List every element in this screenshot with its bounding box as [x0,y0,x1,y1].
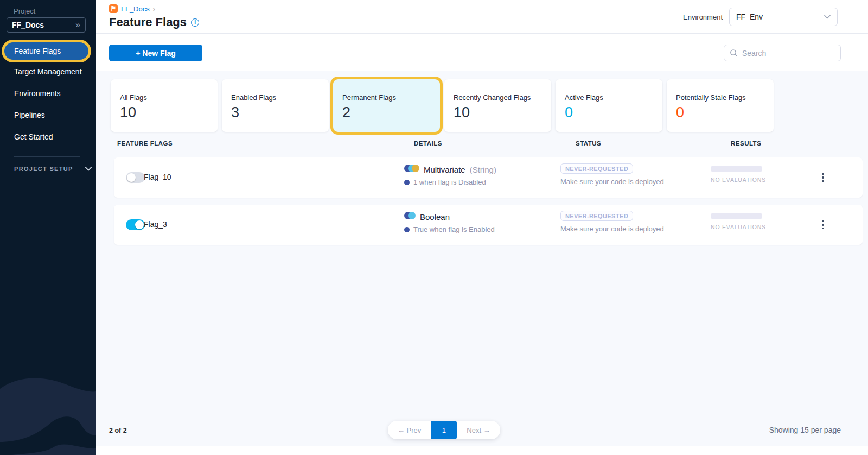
expand-sidebar-icon[interactable]: » [75,21,80,29]
status-badge: NEVER-REQUESTED [560,211,633,221]
project-setup-label: PROJECT SETUP [14,166,73,172]
search-icon [730,49,738,57]
flag-type: Multivariate [424,165,465,174]
results-bar [711,166,762,172]
stat-value: 2 [342,104,440,121]
table-row-flag-10[interactable]: Flag_10 Multivariate (String) 1 when fla… [114,157,863,198]
next-page-button[interactable]: Next → [457,421,500,439]
stat-value: 3 [231,104,329,121]
table-row-flag-3[interactable]: Flag_3 Boolean True when flag is Enabled… [114,205,863,245]
flag-status: NEVER-REQUESTED Make sure your code is d… [560,211,664,233]
project-label: Project [14,7,35,15]
column-header-results: RESULTS [731,140,761,147]
stats-cards: All Flags 10 Enabled Flags 3 Permanent F… [111,79,774,132]
stat-card-recently-changed-flags[interactable]: Recently Changed Flags 10 [444,79,551,132]
flag-details: Multivariate (String) 1 when flag is Dis… [404,165,496,186]
prev-page-button[interactable]: ← Prev [388,421,431,439]
results-text: NO EVALUATIONS [711,224,766,230]
stat-label: Enabled Flags [231,93,329,102]
sidebar: Project FF_Docs » Feature Flags Target M… [0,0,96,455]
stat-value: 10 [120,104,218,121]
stat-card-all-flags[interactable]: All Flags 10 [111,79,218,132]
breadcrumb-project-link[interactable]: FF_Docs [121,5,150,13]
sidebar-divider [14,156,80,157]
stat-value: 0 [565,104,662,121]
sidebar-item-get-started[interactable]: Get Started [14,132,53,141]
toolbar: + New Flag [96,34,868,71]
stat-value: 10 [454,104,551,121]
sidebar-decoration [0,346,96,455]
breadcrumb: FF_Docs › [109,4,155,13]
multivariate-icon [404,165,419,174]
boolean-icon [404,212,416,222]
variation-dot-icon [404,180,410,185]
page-size-indicator: Showing 15 per page [769,426,841,434]
environment-value: FF_Env [736,12,763,21]
sidebar-item-target-management[interactable]: Target Management [14,67,82,76]
sidebar-item-environments[interactable]: Environments [14,89,61,98]
info-icon[interactable]: i [191,18,199,27]
column-header-details: DETAILS [414,140,442,147]
feature-flags-module-icon [109,4,118,13]
chevron-down-icon [85,167,92,171]
breadcrumb-separator: › [153,5,155,13]
flag-status: NEVER-REQUESTED Make sure your code is d… [560,163,664,186]
row-count: 2 of 2 [109,427,127,434]
project-name: FF_Docs [12,21,44,29]
app-root: Project FF_Docs » Feature Flags Target M… [0,0,868,455]
flag-results: NO EVALUATIONS [711,213,766,230]
environment-select[interactable]: FF_Env [729,8,838,26]
stat-label: Recently Changed Flags [454,93,551,102]
sidebar-item-pipelines[interactable]: Pipelines [14,111,45,119]
status-badge: NEVER-REQUESTED [560,163,633,174]
variation-dot-icon [404,227,410,232]
flag-type-suffix: (String) [470,165,496,174]
stat-card-permanent-flags[interactable]: Permanent Flags 2 [333,79,440,132]
row-options-kebab-icon[interactable] [818,170,828,185]
status-text: Make sure your code is deployed [560,225,664,233]
chevron-down-icon [824,15,831,19]
results-text: NO EVALUATIONS [711,176,766,183]
stat-label: All Flags [120,93,218,102]
flag-off-rule: 1 when flag is Disabled [413,178,486,186]
project-selector[interactable]: FF_Docs » [7,17,86,33]
stat-label: Permanent Flags [342,93,440,102]
flag-off-rule: True when flag is Enabled [413,225,495,233]
environment-label: Environment [683,13,723,21]
flag-name[interactable]: Flag_3 [144,220,167,229]
flag-details: Boolean True when flag is Enabled [404,212,495,233]
column-header-status: STATUS [576,140,601,147]
flag-name[interactable]: Flag_10 [144,173,171,181]
stat-value: 0 [676,104,774,121]
stat-label: Potentially Stale Flags [676,93,774,102]
column-header-feature-flags: FEATURE FLAGS [117,140,173,147]
sidebar-item-feature-flags[interactable]: Feature Flags [4,42,88,60]
row-options-kebab-icon[interactable] [818,218,828,232]
sidebar-item-label: Feature Flags [14,47,61,55]
stat-card-potentially-stale-flags[interactable]: Potentially Stale Flags 0 [667,79,774,132]
pagination: ← Prev 1 Next → [388,421,500,439]
current-page-button[interactable]: 1 [431,421,457,439]
flag-results: NO EVALUATIONS [711,166,766,183]
search-box[interactable] [724,45,841,61]
stat-label: Active Flags [565,93,662,102]
project-setup-toggle[interactable]: PROJECT SETUP [14,166,92,172]
search-input[interactable] [742,49,829,58]
page-header: FF_Docs › Feature Flags i Environment FF… [96,0,868,34]
results-bar [711,213,762,219]
new-flag-button[interactable]: + New Flag [109,45,202,61]
bottom-strip [96,446,868,455]
flag-toggle[interactable] [126,219,145,230]
status-text: Make sure your code is deployed [560,178,664,186]
main-content: FF_Docs › Feature Flags i Environment FF… [96,0,868,455]
stat-card-enabled-flags[interactable]: Enabled Flags 3 [222,79,329,132]
flag-toggle[interactable] [126,172,145,183]
stat-card-active-flags[interactable]: Active Flags 0 [556,79,662,132]
page-title: Feature Flags [109,15,187,29]
flag-type: Boolean [420,212,450,222]
